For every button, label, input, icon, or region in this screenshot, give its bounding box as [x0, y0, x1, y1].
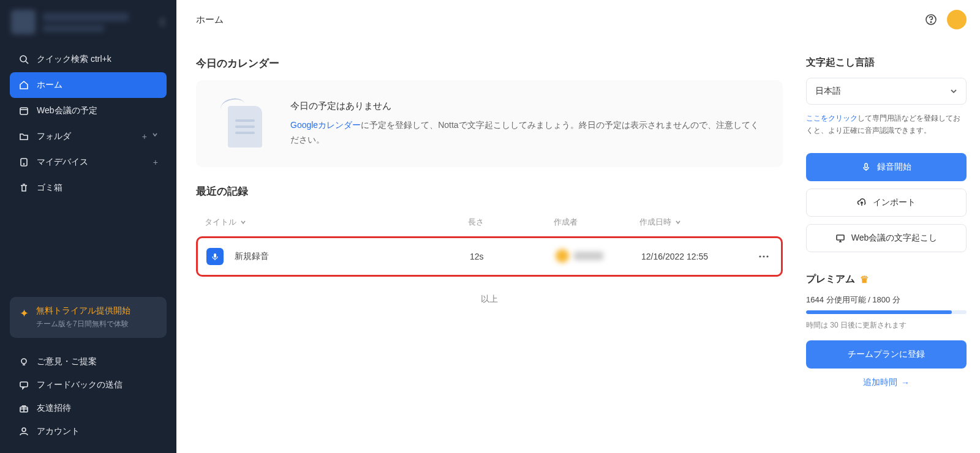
record-date: 12/16/2022 12:55: [641, 252, 745, 261]
usage-progress: [806, 310, 967, 314]
trial-promo-card[interactable]: ✦ 無料トライアル提供開始 チーム版を7日間無料で体験: [10, 297, 167, 338]
svg-rect-15: [837, 235, 844, 240]
progress-fill: [806, 310, 952, 314]
quick-search[interactable]: クイック検索 ctrl+k: [10, 47, 167, 72]
hint-link[interactable]: ここをクリック: [806, 114, 858, 122]
records-section-title: 最近の記録: [196, 184, 783, 198]
sidebar-item-web-meetings[interactable]: Web会議の予定: [10, 98, 167, 124]
web-transcribe-label: Web会議の文字起こし: [851, 233, 938, 244]
sparkle-icon: ✦: [20, 307, 29, 320]
add-time-link[interactable]: 追加時間 →: [806, 377, 967, 388]
sidebar-item-account[interactable]: アカウント: [10, 420, 167, 443]
calendar-empty-card: 今日の予定はありません Googleカレンダーに予定を登録して、Nottaで文字…: [196, 80, 783, 167]
sidebar-item-trash[interactable]: ゴミ箱: [10, 175, 167, 201]
google-calendar-link[interactable]: Googleカレンダー: [290, 120, 361, 130]
table-row[interactable]: 新規録音 12s 12/16/2022 12:55: [196, 236, 783, 277]
record-title: 新規録音: [235, 251, 269, 262]
chevron-down-icon: [950, 88, 957, 95]
trial-title: 無料トライアル提供開始: [36, 305, 130, 316]
chevron-down-icon[interactable]: [152, 132, 158, 141]
record-label: 録音開始: [877, 162, 911, 173]
record-author: [556, 249, 641, 264]
sidebar-item-home[interactable]: ホーム: [10, 72, 167, 98]
svg-point-10: [763, 255, 764, 257]
sidebar-item-send-feedback[interactable]: フィードバックの送信: [10, 373, 167, 397]
language-value: 日本語: [815, 86, 841, 97]
device-icon: [18, 157, 29, 168]
col-title[interactable]: タイトル: [205, 217, 468, 228]
svg-point-13: [930, 21, 932, 23]
end-of-list: 以上: [196, 294, 783, 305]
sidebar-item-label: フィードバックの送信: [37, 380, 158, 391]
web-transcribe-button[interactable]: Web会議の文字起こし: [806, 224, 967, 252]
premium-card: プレミアム ♛ 1644 分使用可能 / 1800 分 時間は 30 日後に更新…: [806, 273, 967, 388]
calendar-body-text: に予定を登録して、Nottaで文字起こししてみましょう。終日の予定は表示されませ…: [290, 120, 759, 144]
record-button[interactable]: 録音開始: [806, 153, 967, 181]
add-folder-icon[interactable]: +: [142, 132, 147, 141]
chevron-down-icon: [675, 219, 681, 225]
add-device-icon[interactable]: +: [153, 157, 158, 167]
usage-text: 1644 分使用可能 / 1800 分: [806, 294, 967, 305]
mic-icon: [861, 162, 871, 172]
crown-icon: ♛: [860, 274, 869, 285]
sidebar-item-label: Web会議の予定: [37, 105, 158, 116]
bulb-icon: [18, 356, 29, 367]
svg-point-11: [766, 255, 768, 257]
sidebar-item-mydevice[interactable]: マイデバイス +: [10, 149, 167, 175]
gift-icon: [18, 403, 29, 414]
sidebar-item-folder[interactable]: フォルダ +: [10, 124, 167, 149]
search-icon: [18, 54, 29, 65]
language-select[interactable]: 日本語: [806, 78, 967, 105]
page-header: ホーム: [196, 0, 783, 39]
record-length: 12s: [470, 252, 556, 261]
import-button[interactable]: インポート: [806, 189, 967, 217]
user-icon: [18, 426, 29, 437]
sidebar-item-label: ホーム: [37, 80, 158, 91]
svg-rect-1: [20, 108, 28, 114]
quick-search-label: クイック検索 ctrl+k: [37, 54, 158, 65]
profile-avatar: [11, 10, 36, 34]
hint-text: ここをクリックして専門用語などを登録しておくと、より正確に音声認識できます。: [806, 112, 967, 137]
calendar-section-title: 今日のカレンダー: [196, 56, 783, 70]
svg-rect-8: [214, 253, 216, 258]
calendar-illustration: [217, 96, 272, 151]
cloud-upload-icon: [857, 198, 867, 208]
home-icon: [18, 80, 29, 91]
folder-icon: [18, 131, 29, 142]
records-table: タイトル 長さ 作成者 作成日時 新規録音 12s: [196, 208, 783, 277]
table-header: タイトル 長さ 作成者 作成日時: [196, 208, 783, 236]
user-avatar[interactable]: [947, 10, 967, 29]
svg-rect-14: [865, 163, 867, 168]
help-icon[interactable]: [924, 12, 938, 27]
svg-point-9: [759, 255, 761, 257]
arrow-right-icon: →: [901, 378, 910, 387]
chat-icon: [18, 380, 29, 391]
import-label: インポート: [873, 197, 916, 208]
calendar-icon: [18, 105, 29, 116]
page-title: ホーム: [196, 14, 224, 26]
sidebar-item-label: 友達招待: [37, 403, 158, 414]
add-time-label: 追加時間: [863, 377, 897, 388]
more-options-icon[interactable]: [755, 248, 772, 265]
sidebar-item-feedback-idea[interactable]: ご意見・ご提案: [10, 350, 167, 373]
sidebar-item-label: ご意見・ご提案: [37, 356, 158, 367]
col-date[interactable]: 作成日時: [639, 217, 744, 228]
svg-rect-5: [20, 382, 28, 387]
profile-info: [43, 13, 152, 32]
screen-icon: [835, 233, 845, 243]
mic-icon: [206, 248, 224, 265]
sidebar: クイック検索 ctrl+k ホーム Web会議の予定 フォルダ +: [0, 0, 176, 453]
renew-text: 時間は 30 日後に更新されます: [806, 320, 967, 331]
content-column: ホーム 今日のカレンダー 今日の予定はありません Googleカレンダーに予定を…: [176, 0, 802, 453]
chevron-up-down-icon[interactable]: [159, 18, 165, 26]
profile-section[interactable]: [0, 0, 176, 44]
svg-point-4: [21, 359, 26, 364]
svg-point-0: [20, 56, 26, 62]
trash-icon: [18, 182, 29, 193]
team-plan-button[interactable]: チームプランに登録: [806, 340, 967, 369]
sidebar-item-invite[interactable]: 友達招待: [10, 397, 167, 420]
calendar-empty-heading: 今日の予定はありません: [290, 100, 762, 112]
calendar-empty-body: Googleカレンダーに予定を登録して、Nottaで文字起こししてみましょう。終…: [290, 118, 762, 148]
col-author[interactable]: 作成者: [554, 217, 639, 228]
col-length[interactable]: 長さ: [468, 217, 554, 228]
